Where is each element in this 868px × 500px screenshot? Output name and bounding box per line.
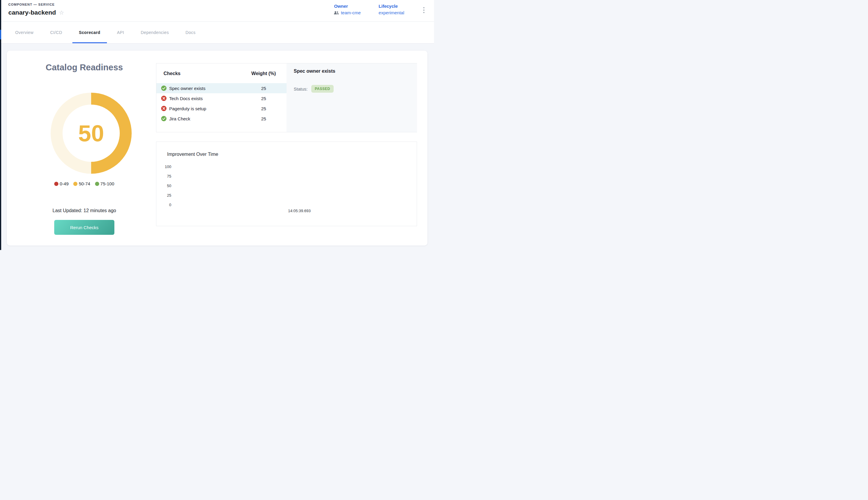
legend-dot-red (54, 182, 58, 186)
legend-item-low: 0-49 (54, 181, 69, 186)
owner-block: Owner team-cme (334, 3, 361, 15)
scorecard-panel: Catalog Readiness 50 0-49 50-74 75-100 L… (7, 51, 427, 246)
checks-column-header: Checks (163, 71, 181, 76)
favorite-star-icon[interactable]: ☆ (59, 10, 64, 15)
scorecard-title: Catalog Readiness (7, 62, 162, 72)
collapsed-sidebar[interactable] (0, 0, 1, 250)
entity-header: COMPONENT — SERVICE canary-backend ☆ Own… (1, 0, 434, 22)
status-badge: PASSED (311, 85, 334, 93)
entity-tabbar: Overview CI/CD Scorecard API Dependencie… (1, 22, 434, 44)
lifecycle-value[interactable]: experimental (379, 10, 404, 15)
y-tick: 75 (157, 174, 171, 179)
tab-scorecard[interactable]: Scorecard (72, 22, 107, 43)
check-row-jira[interactable]: Jira Check 25 (157, 114, 287, 124)
check-detail-title: Spec owner exists (294, 69, 335, 74)
score-value: 50 (51, 93, 132, 174)
lifecycle-block: Lifecycle experimental (379, 3, 404, 15)
owner-link[interactable]: team-cme (334, 10, 361, 15)
tab-cicd[interactable]: CI/CD (44, 22, 69, 43)
chart-title: Improvement Over Time (167, 152, 218, 157)
score-gauge: 50 (51, 93, 132, 174)
legend-dot-green (95, 182, 99, 186)
y-tick: 50 (157, 184, 171, 188)
tab-overview[interactable]: Overview (9, 22, 40, 43)
owner-value: team-cme (341, 10, 361, 15)
lifecycle-label: Lifecycle (379, 3, 404, 9)
check-fail-icon (161, 96, 166, 101)
legend-dot-amber (73, 182, 78, 186)
check-row-pagerduty[interactable]: Pagerduty is setup 25 (157, 103, 287, 114)
owner-label: Owner (334, 3, 361, 9)
sidebar-active-indicator (0, 30, 1, 39)
y-tick: 0 (157, 203, 171, 207)
improvement-chart-card: Improvement Over Time 100 75 50 25 0 14:… (156, 141, 417, 226)
check-detail-panel: Spec owner exists Status: PASSED (287, 64, 417, 132)
checks-list: Spec owner exists 25 Tech Docs exists 25… (157, 83, 287, 124)
status-label: Status: (294, 87, 308, 91)
check-row-tech-docs[interactable]: Tech Docs exists 25 (157, 93, 287, 103)
checks-card: Checks Weight (%) Spec owner exists 25 T… (156, 63, 417, 132)
tab-dependencies[interactable]: Dependencies (134, 22, 175, 43)
gauge-legend: 0-49 50-74 75-100 (7, 181, 162, 186)
chart-x-tick: 14:05:39.693 (277, 208, 322, 213)
page-title: canary-backend (8, 9, 56, 16)
y-tick: 100 (157, 164, 171, 169)
readiness-summary: Catalog Readiness 50 0-49 50-74 75-100 L… (7, 51, 162, 246)
check-row-spec-owner[interactable]: Spec owner exists 25 (157, 83, 287, 93)
people-icon (334, 11, 339, 15)
check-pass-icon (161, 86, 166, 91)
rerun-checks-button[interactable]: Rerun Checks (54, 220, 114, 235)
weight-column-header: Weight (%) (246, 71, 281, 76)
tab-docs[interactable]: Docs (179, 22, 202, 43)
last-updated-text: Last Updated: 12 minutes ago (7, 208, 162, 213)
y-tick: 25 (157, 193, 171, 197)
tab-api[interactable]: API (111, 22, 131, 43)
legend-item-high: 75-100 (95, 181, 114, 186)
breadcrumb: COMPONENT — SERVICE (8, 3, 55, 6)
check-pass-icon (161, 116, 166, 121)
check-fail-icon (161, 106, 166, 111)
legend-item-mid: 50-74 (73, 181, 90, 186)
more-options-kebab-icon[interactable] (422, 5, 426, 15)
